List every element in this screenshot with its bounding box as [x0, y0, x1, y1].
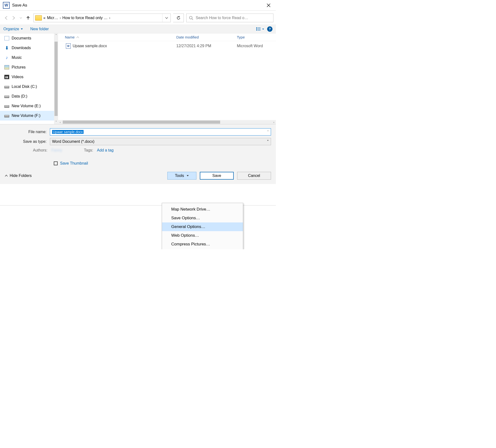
column-headers[interactable]: Name Date modified Type	[58, 33, 276, 41]
up-button[interactable]	[25, 15, 31, 21]
new-folder-button[interactable]: New folder	[30, 27, 49, 31]
combobox-dropdown-icon: ˅	[267, 139, 269, 144]
search-icon	[189, 16, 193, 20]
recent-dropdown-button[interactable]	[18, 15, 24, 21]
music-folder-icon: ♪	[4, 55, 9, 60]
address-dropdown-button[interactable]	[162, 14, 170, 22]
filename-value: Upaae sample.docx	[52, 130, 84, 134]
dialog-bottom: Hide Folders Tools Save Cancel	[0, 166, 276, 184]
scroll-right-button[interactable]: ›	[272, 121, 276, 124]
disk-drive-icon	[4, 86, 9, 88]
tree-item-label: New Volume (F:)	[12, 114, 40, 118]
tree-item-label: Documents	[12, 36, 31, 40]
chevron-down-icon	[262, 28, 264, 30]
tree-item-videos[interactable]: ▮▮Videos	[0, 72, 58, 82]
tools-menu-item-compress-pictures[interactable]: Compress Pictures…	[162, 240, 243, 249]
svg-rect-6	[256, 29, 257, 29]
tree-item-label: Music	[12, 55, 22, 60]
close-icon[interactable]	[264, 2, 273, 9]
file-date-modified: 12/27/2021 4:29 PM	[176, 44, 237, 48]
refresh-button[interactable]	[173, 14, 184, 22]
tree-item-label: Data (D:)	[12, 94, 27, 99]
tree-vertical-scrollbar[interactable]: ˄ ˅	[54, 33, 58, 124]
scroll-thumb[interactable]	[63, 120, 220, 124]
scroll-up-button[interactable]: ˄	[54, 33, 58, 38]
search-placeholder: Search How to force Read o…	[196, 16, 248, 20]
combobox-dropdown-icon[interactable]: ˅	[267, 130, 269, 134]
tools-menu[interactable]: Map Network Drive…Save Options…General O…	[162, 203, 243, 249]
chevron-right-icon: ›	[60, 16, 61, 20]
hide-folders-toggle[interactable]: Hide Folders	[5, 174, 32, 178]
tree-item-label: Downloads	[12, 46, 31, 50]
chevron-down-icon	[186, 175, 189, 177]
tree-item-new-volume-f-[interactable]: New Volume (F:)	[0, 111, 58, 120]
column-date[interactable]: Date modified	[176, 35, 237, 39]
tools-menu-item-web-options[interactable]: Web Options…	[162, 231, 243, 240]
nav-row: « Micr… › How to force Read only … › Sea…	[0, 11, 276, 25]
save-thumbnail-label[interactable]: Save Thumbnail	[60, 161, 88, 165]
organize-button[interactable]: Organize	[3, 27, 23, 31]
save-thumbnail-checkbox[interactable]	[54, 162, 58, 165]
file-row[interactable]: Upaae sample.docx 12/27/2021 4:29 PM Mic…	[58, 41, 276, 51]
explorer-body: Documents⬇Downloads♪MusicPictures▮▮Video…	[0, 33, 276, 124]
disk-drive-icon	[4, 105, 9, 108]
scroll-thumb[interactable]	[54, 42, 58, 116]
back-button[interactable]	[3, 15, 9, 21]
view-options-button[interactable]	[256, 27, 264, 31]
column-name[interactable]: Name	[65, 35, 75, 39]
folder-tree[interactable]: Documents⬇Downloads♪MusicPictures▮▮Video…	[0, 33, 58, 124]
save-button[interactable]: Save	[200, 172, 234, 179]
saveastype-select[interactable]: Word Document (*.docx) ˅	[50, 138, 271, 145]
saveastype-label: Save as type:	[9, 139, 50, 144]
tools-menu-item-map-network-drive[interactable]: Map Network Drive…	[162, 205, 243, 214]
svg-point-2	[189, 16, 192, 19]
cancel-button[interactable]: Cancel	[237, 172, 271, 179]
authors-value[interactable]: Fanny	[51, 148, 62, 152]
chevron-down-icon	[21, 28, 23, 30]
saveastype-value: Word Document (*.docx)	[52, 139, 94, 144]
search-input[interactable]: Search How to force Read o…	[186, 14, 273, 22]
help-icon[interactable]: ?	[267, 26, 272, 32]
tree-item-label: Local Disk (C:)	[12, 85, 37, 89]
svg-rect-7	[258, 29, 261, 29]
details-view-icon	[256, 27, 261, 31]
tools-menu-item-save-options[interactable]: Save Options…	[162, 214, 243, 223]
downloads-folder-icon: ⬇	[4, 46, 9, 50]
sort-indicator-icon	[77, 37, 79, 38]
disk-drive-icon	[4, 115, 9, 117]
tree-item-local-disk-c-[interactable]: Local Disk (C:)	[0, 82, 58, 91]
scroll-down-button[interactable]: ˅	[54, 120, 58, 124]
tree-item-downloads[interactable]: ⬇Downloads	[0, 43, 58, 53]
tree-item-music[interactable]: ♪Music	[0, 53, 58, 62]
address-bar[interactable]: « Micr… › How to force Read only … ›	[33, 14, 171, 22]
tree-item-documents[interactable]: Documents	[0, 33, 58, 43]
chevron-right-icon: ›	[109, 16, 110, 20]
breadcrumb-1[interactable]: Micr…	[47, 16, 58, 20]
svg-rect-4	[256, 27, 257, 28]
filename-input[interactable]: Upaae sample.docx ˅	[50, 128, 271, 135]
save-form: File name: Upaae sample.docx ˅ Save as t…	[0, 124, 276, 166]
breadcrumb-2[interactable]: How to force Read only …	[62, 16, 108, 20]
toolbar: Organize New folder ?	[0, 25, 276, 33]
svg-rect-9	[258, 30, 261, 30]
disk-drive-icon	[4, 96, 9, 98]
authors-label: Authors:	[33, 148, 47, 152]
tree-item-data-d-[interactable]: Data (D:)	[0, 91, 58, 101]
tree-item-label: Videos	[12, 75, 23, 79]
tools-button[interactable]: Tools	[167, 172, 196, 179]
word-app-icon: W	[3, 2, 10, 9]
listing-horizontal-scrollbar[interactable]: ‹ ›	[58, 120, 276, 124]
add-tag-link[interactable]: Add a tag	[97, 148, 114, 152]
forward-button[interactable]	[11, 15, 16, 21]
svg-rect-5	[258, 28, 261, 28]
file-name: Upaae sample.docx	[73, 44, 107, 48]
scroll-left-button[interactable]: ‹	[58, 121, 62, 124]
pictures-folder-icon	[4, 65, 9, 70]
documents-folder-icon	[4, 36, 9, 40]
tree-item-pictures[interactable]: Pictures	[0, 62, 58, 72]
tools-menu-item-general-options[interactable]: General Options…	[162, 223, 243, 231]
svg-line-3	[192, 19, 193, 20]
tree-item-new-volume-e-[interactable]: New Volume (E:)	[0, 101, 58, 111]
file-type: Microsoft Word	[237, 44, 276, 48]
column-type[interactable]: Type	[237, 35, 276, 39]
